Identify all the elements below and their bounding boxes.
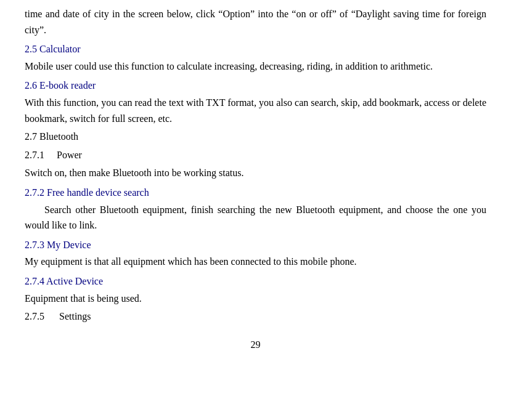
section-2-7-2-heading: 2.7.2 Free handle device search bbox=[25, 185, 486, 201]
section-2-7-1-body: Switch on, then make Bluetooth into be w… bbox=[25, 165, 486, 181]
intro-paragraph: time and date of city in the screen belo… bbox=[25, 6, 486, 38]
section-2-7-3-body: My equipment is that all equipment which… bbox=[25, 254, 486, 270]
section-2-7-1-heading: 2.7.1 Power bbox=[25, 147, 486, 163]
section-2-7-heading: 2.7 Bluetooth bbox=[25, 129, 486, 145]
page-number: 29 bbox=[25, 337, 486, 353]
section-2-7-3-heading: 2.7.3 My Device bbox=[25, 237, 486, 253]
section-2-6-heading: 2.6 E-book reader bbox=[25, 78, 486, 94]
section-2-5-heading: 2.5 Calculator bbox=[25, 41, 486, 57]
section-2-7-4-heading: 2.7.4 Active Device bbox=[25, 273, 486, 289]
section-2-6-body: With this function, you can read the tex… bbox=[25, 95, 486, 126]
section-2-7-4-body: Equipment that is being used. bbox=[25, 291, 486, 307]
section-2-5-body: Mobile user could use this function to c… bbox=[25, 59, 486, 75]
section-2-7-5-heading: 2.7.5 Settings bbox=[25, 309, 486, 325]
page-content: time and date of city in the screen belo… bbox=[25, 6, 486, 352]
section-2-7-2-body: Search other Bluetooth equipment, finish… bbox=[25, 202, 486, 233]
